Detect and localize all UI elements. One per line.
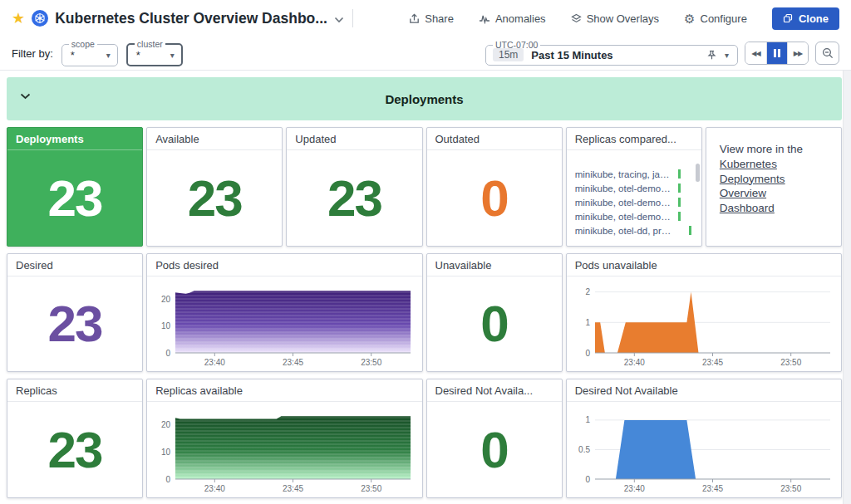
svg-text:0: 0 xyxy=(585,349,590,358)
svg-text:1: 1 xyxy=(585,415,590,424)
favorite-star-icon[interactable]: ★ xyxy=(12,9,25,27)
time-range-selector[interactable]: UTC-07:00 15m Past 15 Minutes ▾ xyxy=(485,41,738,66)
svg-text:23:50: 23:50 xyxy=(780,358,801,367)
widget-title: Desired Not Availa... xyxy=(427,379,562,402)
list-item-label: minikube, otel-demo, ... xyxy=(575,198,671,208)
svg-text:2: 2 xyxy=(585,287,590,296)
query-value: 23 xyxy=(188,173,242,224)
anomalies-button[interactable]: Anomalies xyxy=(479,12,546,25)
svg-text:23:50: 23:50 xyxy=(361,484,381,493)
widget-available-count[interactable]: Available 23 xyxy=(146,127,283,247)
widget-title: Replicas compared... xyxy=(567,128,701,150)
title-dropdown-chevron-icon[interactable] xyxy=(334,17,344,23)
toolbar: Share Anomalies Show Overlays ⚙ Configur… xyxy=(409,7,839,30)
list-item[interactable]: minikube, otel-demo, ... xyxy=(575,195,696,209)
deployments-section-header[interactable]: Deployments xyxy=(7,77,842,120)
title-divider xyxy=(352,9,353,27)
widget-outdated-count[interactable]: Outdated 0 xyxy=(426,127,563,247)
svg-text:0.5: 0.5 xyxy=(578,445,590,454)
pause-button[interactable] xyxy=(766,42,787,64)
query-value: 0 xyxy=(480,173,507,224)
svg-text:23:45: 23:45 xyxy=(283,484,303,493)
svg-text:20: 20 xyxy=(161,295,171,304)
widget-title: Replicas xyxy=(7,379,142,402)
toplist-bar xyxy=(671,225,696,236)
svg-text:23:50: 23:50 xyxy=(361,358,381,367)
svg-text:23:50: 23:50 xyxy=(780,484,801,493)
dashboard-page: ★ Kubernetes Cluster Overview Dashbo... xyxy=(0,0,851,504)
chevron-down-icon: ▾ xyxy=(170,51,175,60)
kubernetes-logo-icon xyxy=(32,10,48,27)
widget-replicas-compared-toplist[interactable]: Replicas compared... minikube, tracing, … xyxy=(566,127,702,247)
widget-unavailable-count[interactable]: Unavailable 0 xyxy=(426,253,563,372)
widget-title: Available xyxy=(147,128,282,150)
copy-icon xyxy=(783,13,793,23)
widget-title: Replicas available xyxy=(147,379,421,402)
pause-icon xyxy=(774,49,780,57)
note-link[interactable]: Kubernetes Deployments Overview Dashboar… xyxy=(720,158,785,214)
widget-deployments-count[interactable]: Deployments 23 xyxy=(7,127,143,247)
clone-button[interactable]: Clone xyxy=(772,7,839,30)
note-text: View more in the Kubernetes Deployments … xyxy=(706,128,841,224)
zoom-out-icon xyxy=(822,47,834,59)
dashboard-canvas: Deployments Deployments 23 Available 23 … xyxy=(0,70,851,504)
timeseries-chart[interactable]: 0102023:4023:4523:50 xyxy=(147,402,421,497)
svg-text:23:40: 23:40 xyxy=(623,484,644,493)
gear-icon: ⚙ xyxy=(684,12,695,25)
section-title: Deployments xyxy=(385,92,463,106)
list-item[interactable]: minikube, otel-demo, ... xyxy=(575,181,696,195)
svg-text:23:45: 23:45 xyxy=(702,484,723,493)
toplist-bar xyxy=(671,169,696,179)
svg-text:23:45: 23:45 xyxy=(283,358,303,367)
timeseries-chart[interactable]: 0102023:4023:4523:50 xyxy=(147,276,421,371)
widget-title: Deployments xyxy=(7,128,142,150)
scope-filter-value: * xyxy=(71,49,106,61)
widget-pods-desired-chart[interactable]: Pods desired 0102023:4023:4523:50 xyxy=(146,253,422,372)
widget-title: Pods desired xyxy=(147,254,421,276)
svg-text:0: 0 xyxy=(166,475,171,484)
widget-desired-count[interactable]: Desired 23 xyxy=(7,253,143,372)
widget-pods-unavailable-chart[interactable]: Pods unavailable 01223:4023:4523:50 xyxy=(566,253,842,372)
layers-icon xyxy=(571,13,582,24)
widget-title: Unavailable xyxy=(427,254,562,276)
step-forward-button[interactable]: ▶▶ xyxy=(787,42,808,64)
list-item[interactable]: minikube, otel-demo, ... xyxy=(575,209,696,223)
timeseries-chart[interactable]: 00.5123:4023:4523:50 xyxy=(567,402,841,497)
svg-text:20: 20 xyxy=(161,420,171,429)
list-item[interactable]: minikube, otel-dd, pro... xyxy=(575,223,696,237)
zoom-out-button[interactable] xyxy=(815,42,839,65)
widget-title: Updated xyxy=(287,128,421,150)
filter-by-label: Filter by: xyxy=(12,47,53,60)
svg-text:23:40: 23:40 xyxy=(204,484,225,493)
scrollbar-gutter[interactable] xyxy=(843,71,851,504)
pin-icon[interactable] xyxy=(706,50,717,61)
svg-text:23:45: 23:45 xyxy=(702,358,723,367)
top-bar: ★ Kubernetes Cluster Overview Dashbo... xyxy=(0,0,851,37)
collapse-section-chevron-icon[interactable] xyxy=(20,93,31,100)
timeseries-chart[interactable]: 01223:4023:4523:50 xyxy=(567,276,841,371)
svg-text:10: 10 xyxy=(161,321,171,330)
svg-text:0: 0 xyxy=(585,475,590,484)
widget-note[interactable]: View more in the Kubernetes Deployments … xyxy=(706,127,842,247)
widget-replicas-available-chart[interactable]: Replicas available 0102023:4023:4523:50 xyxy=(146,379,422,498)
scope-filter-legend: scope xyxy=(69,40,97,49)
show-overlays-button[interactable]: Show Overlays xyxy=(571,12,659,25)
svg-text:1: 1 xyxy=(585,318,590,327)
configure-button[interactable]: ⚙ Configure xyxy=(684,12,747,25)
widget-replicas-count[interactable]: Replicas 23 xyxy=(7,379,143,498)
widget-title: Pods unavailable xyxy=(567,254,841,276)
widget-desired-not-available-count[interactable]: Desired Not Availa... 0 xyxy=(426,379,563,498)
share-button[interactable]: Share xyxy=(409,12,454,25)
time-controls: UTC-07:00 15m Past 15 Minutes ▾ ◀◀ ▶▶ xyxy=(485,41,839,66)
step-backward-button[interactable]: ◀◀ xyxy=(745,42,766,64)
cluster-filter-legend: cluster xyxy=(135,40,165,49)
toplist-bar xyxy=(671,197,696,208)
widget-desired-not-available-chart[interactable]: Desired Not Available 00.5123:4023:4523:… xyxy=(566,379,842,498)
widget-updated-count[interactable]: Updated 23 xyxy=(286,127,422,247)
cluster-filter-dropdown[interactable]: cluster * ▾ xyxy=(126,40,183,67)
list-item[interactable]: minikube, tracing, jae... xyxy=(575,167,696,181)
page-title: Kubernetes Cluster Overview Dashbo... xyxy=(55,10,327,27)
rewind-icon: ◀◀ xyxy=(751,50,760,57)
scope-filter-dropdown[interactable]: scope * ▾ xyxy=(61,40,118,66)
time-range-label: Past 15 Minutes xyxy=(531,49,699,61)
